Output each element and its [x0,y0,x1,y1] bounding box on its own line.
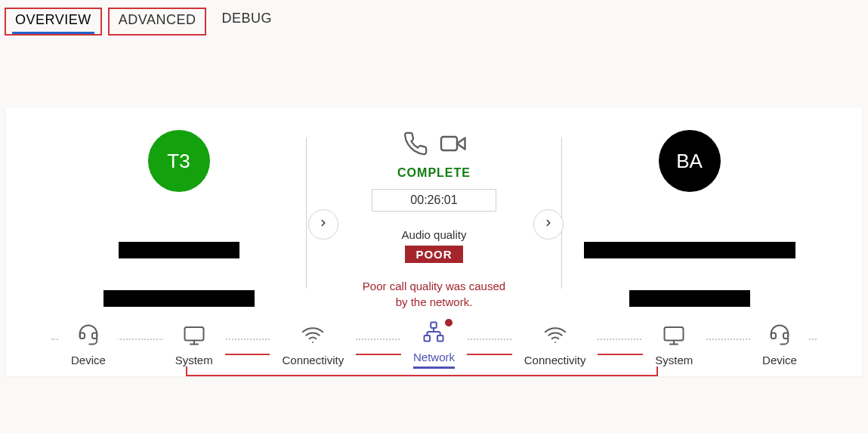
svg-rect-10 [665,327,684,341]
tab-overview[interactable]: OVERVIEW [5,8,102,36]
call-type-icons [403,130,466,160]
nav-arrow-right[interactable] [533,209,564,240]
alert-dot-icon [445,319,453,326]
caller-info-redacted [103,290,255,307]
chevron-right-icon [543,218,554,231]
diag-label: System [175,354,213,367]
callee-info-redacted [629,290,750,307]
diag-label: Connectivity [524,354,586,367]
diag-label: Connectivity [282,354,344,367]
call-overview-card: T3 COMPLETE 00:26:01 Audio quality POOR … [6,107,862,376]
caller-name-redacted [119,242,239,258]
diag-item-device-right[interactable]: Device [750,323,809,367]
tab-advanced[interactable]: ADVANCED [108,8,207,36]
headset-icon [77,323,100,349]
svg-rect-6 [431,323,437,329]
diag-label: Device [71,354,106,367]
diag-label: Device [762,354,797,367]
network-icon [422,320,445,346]
diagnostic-row: Device System Connectivity Network [51,320,817,369]
svg-rect-2 [184,327,203,341]
svg-marker-1 [457,138,465,150]
diag-label: Network [413,351,455,369]
diag-item-network[interactable]: Network [401,320,467,369]
call-duration: 00:26:01 [372,189,496,212]
wifi-icon [301,323,324,349]
tabs-row: OVERVIEW ADVANCED DEBUG [0,0,868,36]
chevron-right-icon [318,218,329,231]
caller-avatar: T3 [148,130,210,192]
caller-column: T3 [51,130,306,311]
audio-quality-label: Audio quality [402,228,467,241]
quality-badge: POOR [405,246,462,263]
callee-avatar: BA [659,130,721,192]
diag-item-connectivity-right[interactable]: Connectivity [512,323,598,367]
quality-message-line1: Poor call quality was caused [363,280,505,292]
wifi-icon [544,323,567,349]
diag-item-device-left[interactable]: Device [59,323,118,367]
quality-message-line2: by the network. [396,295,473,308]
headset-icon [768,323,791,349]
diag-item-system-left[interactable]: System [163,323,225,367]
diag-label: System [655,354,693,367]
call-status: COMPLETE [397,166,471,180]
monitor-icon [183,323,205,349]
phone-icon [403,131,428,159]
center-column: COMPLETE 00:26:01 Audio quality POOR Poo… [307,130,561,311]
monitor-icon [663,323,685,349]
callee-name-redacted [584,242,795,258]
video-icon [439,130,466,160]
svg-rect-7 [425,336,431,342]
diag-item-system-right[interactable]: System [643,323,705,367]
diag-item-connectivity-left[interactable]: Connectivity [270,323,356,367]
svg-rect-0 [441,137,457,150]
svg-rect-8 [437,336,443,342]
callee-column: BA [562,130,817,311]
quality-message: Poor call quality was caused by the netw… [363,278,505,310]
tab-debug[interactable]: DEBUG [212,8,281,36]
nav-arrow-left[interactable] [308,209,338,240]
